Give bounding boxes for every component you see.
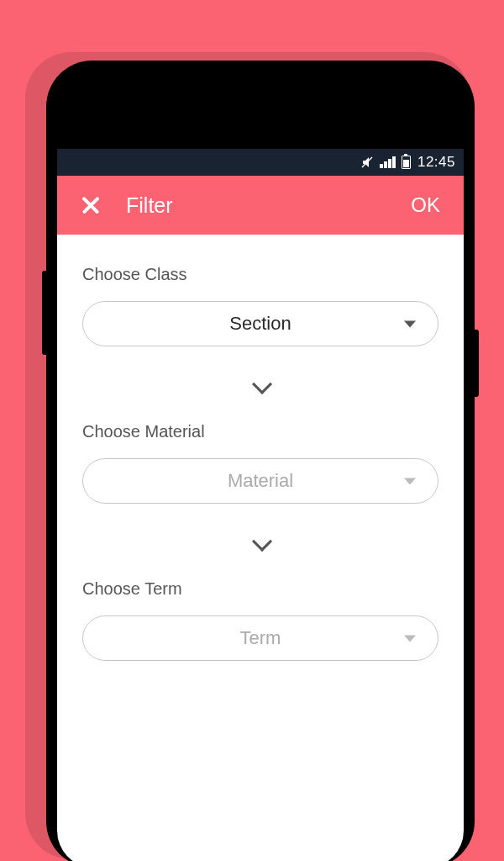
mute-icon <box>360 156 374 169</box>
class-dropdown-value: Section <box>229 313 291 335</box>
class-field-group: Choose Class Section <box>82 265 438 346</box>
term-field-group: Choose Term Term <box>82 579 438 661</box>
material-dropdown[interactable]: Material <box>82 458 438 504</box>
ok-button[interactable]: OK <box>406 190 445 220</box>
divider <box>82 380 438 390</box>
term-label: Choose Term <box>82 579 438 599</box>
content-area: Choose Class Section Choose Material Mat… <box>57 235 464 691</box>
screen: 12:45 Filter OK Choose Class Section <box>57 149 464 861</box>
status-icons <box>360 156 411 169</box>
term-dropdown[interactable]: Term <box>82 615 438 661</box>
phone-power-button <box>475 330 479 397</box>
phone-frame: 12:45 Filter OK Choose Class Section <box>46 61 475 861</box>
class-dropdown[interactable]: Section <box>82 301 438 346</box>
material-field-group: Choose Material Material <box>82 422 438 504</box>
close-button[interactable] <box>79 193 102 217</box>
chevron-down-icon <box>252 537 269 547</box>
status-time: 12:45 <box>417 154 455 171</box>
class-label: Choose Class <box>82 265 438 284</box>
signal-icon <box>380 156 396 168</box>
material-label: Choose Material <box>82 422 438 441</box>
chevron-down-icon <box>404 320 416 327</box>
page-title: Filter <box>126 193 406 218</box>
chevron-down-icon <box>252 380 269 390</box>
divider <box>82 537 438 547</box>
term-dropdown-value: Term <box>240 627 281 649</box>
phone-inner: 12:45 Filter OK Choose Class Section <box>57 71 464 861</box>
phone-volume-button <box>42 271 46 355</box>
battery-icon <box>402 156 411 169</box>
chevron-down-icon <box>404 478 416 484</box>
material-dropdown-value: Material <box>228 470 293 492</box>
chevron-down-icon <box>404 635 416 642</box>
status-bar: 12:45 <box>57 149 464 176</box>
header-bar: Filter OK <box>57 176 464 235</box>
